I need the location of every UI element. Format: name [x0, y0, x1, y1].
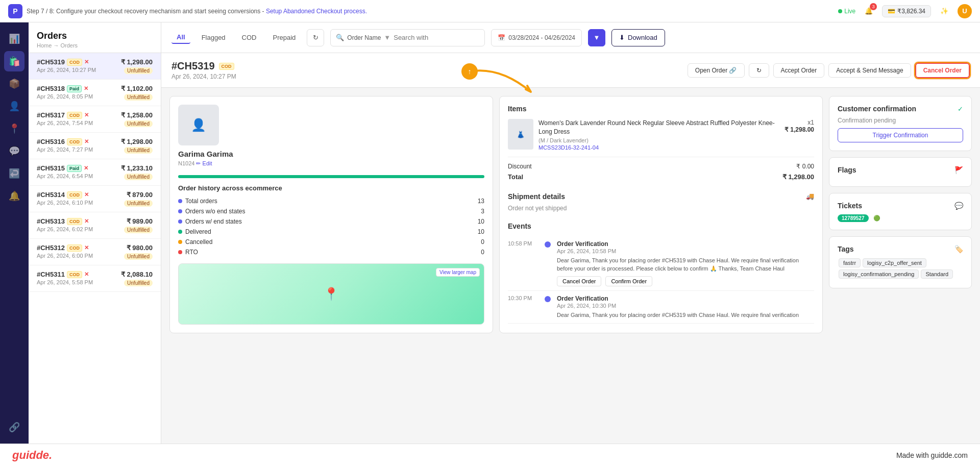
- sidebar-item-products[interactable]: 📦: [4, 73, 24, 94]
- sidebar-item-marketing[interactable]: 📍: [4, 118, 24, 139]
- order-item-id: #CH5317: [37, 111, 65, 119]
- order-item-amount: ₹ 1,298.00: [121, 138, 153, 145]
- order-item-date: Apr 26, 2024, 6:00 PM: [37, 253, 93, 259]
- order-item-id: #CH5315: [37, 164, 65, 172]
- dismiss-order-icon[interactable]: ✕: [84, 112, 89, 118]
- confirmation-status: Confirmation pending: [838, 117, 963, 124]
- dismiss-order-icon[interactable]: ✕: [84, 191, 89, 198]
- order-list-item[interactable]: #CH5314 COD ✕ Apr 26, 2024, 6:10 PM ₹ 87…: [29, 186, 161, 212]
- history-row: Delivered 10: [178, 227, 484, 237]
- edit-customer-link[interactable]: ✏ Edit: [196, 160, 212, 166]
- open-order-button[interactable]: Open Order 🔗: [688, 63, 745, 78]
- dismiss-order-icon[interactable]: ✕: [84, 85, 88, 92]
- sidebar-item-analytics[interactable]: 📊: [4, 29, 24, 49]
- ticket-badge: 12789527: [838, 214, 869, 222]
- banner-link[interactable]: Setup Abandoned Checkout process.: [266, 8, 367, 15]
- top-banner: P Step 7 / 8: Configure your checkout re…: [0, 0, 980, 22]
- notifications-button[interactable]: 🔔 3: [862, 4, 876, 18]
- footer-brand: guidde.: [12, 449, 52, 462]
- events-title: Events: [508, 222, 814, 230]
- dismiss-order-icon[interactable]: ✕: [84, 271, 89, 278]
- flags-card: Flags 🚩: [829, 157, 972, 187]
- dismiss-order-icon[interactable]: ✕: [84, 138, 89, 145]
- tag-item: logisy_confirmation_pending: [839, 269, 919, 279]
- history-row-label: RTO: [185, 249, 198, 256]
- download-button[interactable]: ⬇ Download: [611, 29, 665, 46]
- order-list-item[interactable]: #CH5313 COD ✕ Apr 26, 2024, 6:02 PM ₹ 98…: [29, 212, 161, 239]
- sidebar-item-orders[interactable]: 🛍️: [4, 51, 24, 71]
- sidebar-item-returns[interactable]: ↩️: [4, 163, 24, 184]
- dismiss-order-icon[interactable]: ✕: [84, 165, 88, 171]
- dismiss-order-icon[interactable]: ✕: [84, 59, 89, 65]
- refresh-order-button[interactable]: ↻: [749, 63, 769, 78]
- order-detail-info: #CH5319 COD Apr 26, 2024, 10:27 PM: [172, 60, 236, 80]
- item-price: ₹ 1,298.00: [785, 126, 814, 133]
- order-item-date: Apr 26, 2024, 10:27 PM: [37, 67, 96, 73]
- search-dropdown-label[interactable]: Order Name: [347, 34, 381, 41]
- order-list-item[interactable]: #CH5318 Paid ✕ Apr 26, 2024, 8:05 PM ₹ 1…: [29, 80, 161, 106]
- tab-cod[interactable]: COD: [237, 32, 262, 43]
- sidebar-item-alerts[interactable]: 🔔: [4, 186, 24, 206]
- search-box[interactable]: 🔍 Order Name ▼: [330, 29, 485, 46]
- sidebar-item-customers[interactable]: 👤: [4, 96, 24, 116]
- history-row-value: 13: [478, 198, 484, 205]
- date-range-picker[interactable]: 📅 03/28/2024 - 04/26/2024: [491, 29, 582, 46]
- history-dot: [178, 219, 182, 224]
- history-row-label: Orders w/o end states: [185, 208, 245, 215]
- order-item-id: #CH5314: [37, 191, 65, 199]
- customer-avatar: 👤: [178, 105, 219, 145]
- order-list-item[interactable]: #CH5311 COD ✕ Apr 26, 2024, 5:58 PM ₹ 2,…: [29, 265, 161, 292]
- user-avatar[interactable]: U: [958, 4, 972, 18]
- accept-send-button[interactable]: Accept & Send Message: [828, 63, 911, 78]
- event-action-button[interactable]: Confirm Order: [605, 276, 652, 286]
- history-row-value: 0: [481, 249, 484, 256]
- view-larger-map-link[interactable]: View larger map: [436, 268, 480, 277]
- sidebar-item-chat[interactable]: 💬: [4, 141, 24, 161]
- settings-icon[interactable]: ✨: [937, 4, 951, 18]
- search-input[interactable]: [394, 34, 479, 41]
- event-content: Order Verification Apr 26, 2024, 10:58 P…: [557, 240, 814, 286]
- accept-order-button[interactable]: Accept Order: [773, 63, 825, 78]
- order-list-item[interactable]: #CH5316 COD ✕ Apr 26, 2024, 7:27 PM ₹ 1,…: [29, 133, 161, 159]
- tab-flagged[interactable]: Flagged: [197, 32, 231, 43]
- search-chevron-icon: ▼: [384, 34, 390, 41]
- order-item-badge: Paid: [67, 85, 82, 92]
- history-row-label: Delivered: [185, 228, 211, 235]
- event-action-button[interactable]: Cancel Order: [557, 276, 601, 286]
- live-dot: [838, 9, 842, 13]
- shipment-icon: 🚚: [806, 192, 814, 200]
- order-item-amount: ₹ 980.00: [124, 244, 153, 252]
- right-panel: Customer confirmation ✓ Confirmation pen…: [829, 96, 972, 346]
- order-item-date: Apr 26, 2024, 6:02 PM: [37, 226, 93, 232]
- tag-item: fastrr: [839, 258, 861, 267]
- toolbar: All Flagged COD Prepaid ↻ 🔍 Order Name ▼…: [161, 22, 980, 53]
- history-dot: [178, 230, 182, 234]
- filter-button[interactable]: ▼: [588, 29, 605, 46]
- order-list-item[interactable]: #CH5319 COD ✕ Apr 26, 2024, 10:27 PM ₹ 1…: [29, 53, 161, 80]
- order-item-date: Apr 26, 2024, 5:58 PM: [37, 279, 93, 285]
- order-detail-header: #CH5319 COD Apr 26, 2024, 10:27 PM Open …: [161, 53, 980, 88]
- order-list-item[interactable]: #CH5312 COD ✕ Apr 26, 2024, 6:00 PM ₹ 98…: [29, 239, 161, 265]
- wallet-button[interactable]: 💳 ₹3,826.34: [882, 5, 931, 17]
- dismiss-order-icon[interactable]: ✕: [84, 218, 89, 225]
- dismiss-order-icon[interactable]: ✕: [84, 244, 89, 251]
- order-history-section: Order history across ecommerce Total ord…: [178, 175, 484, 257]
- order-list-item[interactable]: #CH5315 Paid ✕ Apr 26, 2024, 6:54 PM ₹ 1…: [29, 159, 161, 186]
- event-title: Order Verification: [557, 240, 814, 248]
- tab-all[interactable]: All: [172, 31, 190, 44]
- cancel-order-button[interactable]: Cancel Order: [915, 63, 970, 78]
- confirmation-header: Customer confirmation ✓: [838, 105, 963, 113]
- order-item-status: Unfulfilled: [124, 280, 153, 286]
- history-row: RTO 0: [178, 247, 484, 257]
- order-list-item[interactable]: #CH5317 COD ✕ Apr 26, 2024, 7:54 PM ₹ 1,…: [29, 106, 161, 133]
- trigger-confirmation-button[interactable]: Trigger Confirmation: [838, 128, 963, 142]
- sidebar-item-integrations[interactable]: 🔗: [4, 417, 24, 437]
- refresh-button[interactable]: ↻: [307, 29, 324, 46]
- event-dot: [545, 241, 551, 248]
- item-info: Women's Dark Lavender Round Neck Regular…: [538, 119, 779, 151]
- tab-prepaid[interactable]: Prepaid: [268, 32, 301, 43]
- history-row-value: 0: [481, 238, 484, 246]
- order-item-date: Apr 26, 2024, 8:05 PM: [37, 93, 93, 100]
- history-rows: Total orders 13 Orders w/o end states 3 …: [178, 196, 484, 257]
- tags-title: Tags: [838, 245, 854, 253]
